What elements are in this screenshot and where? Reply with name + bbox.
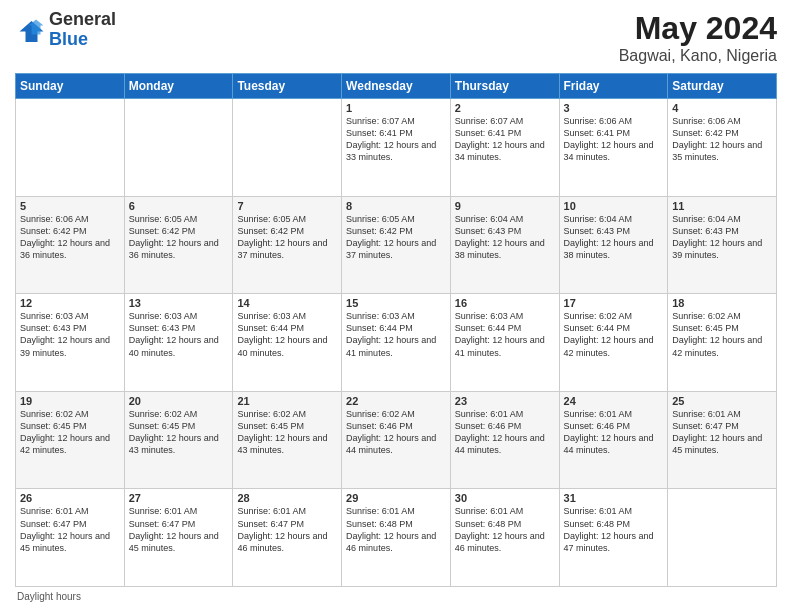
day-info: Sunrise: 6:01 AM Sunset: 6:48 PM Dayligh… bbox=[455, 505, 555, 554]
day-info: Sunrise: 6:01 AM Sunset: 6:47 PM Dayligh… bbox=[129, 505, 229, 554]
page: General Blue May 2024 Bagwai, Kano, Nige… bbox=[0, 0, 792, 612]
day-number: 23 bbox=[455, 395, 555, 407]
calendar-cell: 19Sunrise: 6:02 AM Sunset: 6:45 PM Dayli… bbox=[16, 391, 125, 489]
day-number: 30 bbox=[455, 492, 555, 504]
calendar-cell: 22Sunrise: 6:02 AM Sunset: 6:46 PM Dayli… bbox=[342, 391, 451, 489]
calendar-week-3: 12Sunrise: 6:03 AM Sunset: 6:43 PM Dayli… bbox=[16, 294, 777, 392]
day-info: Sunrise: 6:01 AM Sunset: 6:46 PM Dayligh… bbox=[564, 408, 664, 457]
calendar-cell: 1Sunrise: 6:07 AM Sunset: 6:41 PM Daylig… bbox=[342, 99, 451, 197]
day-info: Sunrise: 6:05 AM Sunset: 6:42 PM Dayligh… bbox=[129, 213, 229, 262]
day-number: 14 bbox=[237, 297, 337, 309]
day-info: Sunrise: 6:04 AM Sunset: 6:43 PM Dayligh… bbox=[564, 213, 664, 262]
calendar-cell: 29Sunrise: 6:01 AM Sunset: 6:48 PM Dayli… bbox=[342, 489, 451, 587]
col-header-monday: Monday bbox=[124, 74, 233, 99]
calendar-cell: 18Sunrise: 6:02 AM Sunset: 6:45 PM Dayli… bbox=[668, 294, 777, 392]
calendar-cell: 20Sunrise: 6:02 AM Sunset: 6:45 PM Dayli… bbox=[124, 391, 233, 489]
day-number: 25 bbox=[672, 395, 772, 407]
footer-note: Daylight hours bbox=[15, 591, 777, 602]
logo-text: General Blue bbox=[49, 10, 116, 50]
calendar-week-2: 5Sunrise: 6:06 AM Sunset: 6:42 PM Daylig… bbox=[16, 196, 777, 294]
col-header-friday: Friday bbox=[559, 74, 668, 99]
col-header-sunday: Sunday bbox=[16, 74, 125, 99]
logo-general: General bbox=[49, 9, 116, 29]
title-block: May 2024 Bagwai, Kano, Nigeria bbox=[619, 10, 777, 65]
calendar-cell: 17Sunrise: 6:02 AM Sunset: 6:44 PM Dayli… bbox=[559, 294, 668, 392]
calendar-cell: 24Sunrise: 6:01 AM Sunset: 6:46 PM Dayli… bbox=[559, 391, 668, 489]
day-info: Sunrise: 6:02 AM Sunset: 6:44 PM Dayligh… bbox=[564, 310, 664, 359]
day-number: 26 bbox=[20, 492, 120, 504]
calendar-cell: 30Sunrise: 6:01 AM Sunset: 6:48 PM Dayli… bbox=[450, 489, 559, 587]
col-header-tuesday: Tuesday bbox=[233, 74, 342, 99]
calendar-cell: 13Sunrise: 6:03 AM Sunset: 6:43 PM Dayli… bbox=[124, 294, 233, 392]
calendar-cell: 21Sunrise: 6:02 AM Sunset: 6:45 PM Dayli… bbox=[233, 391, 342, 489]
day-number: 18 bbox=[672, 297, 772, 309]
logo-blue: Blue bbox=[49, 29, 88, 49]
day-info: Sunrise: 6:02 AM Sunset: 6:45 PM Dayligh… bbox=[237, 408, 337, 457]
calendar-cell: 10Sunrise: 6:04 AM Sunset: 6:43 PM Dayli… bbox=[559, 196, 668, 294]
day-number: 20 bbox=[129, 395, 229, 407]
col-header-saturday: Saturday bbox=[668, 74, 777, 99]
day-number: 24 bbox=[564, 395, 664, 407]
day-number: 1 bbox=[346, 102, 446, 114]
calendar-cell: 23Sunrise: 6:01 AM Sunset: 6:46 PM Dayli… bbox=[450, 391, 559, 489]
day-number: 9 bbox=[455, 200, 555, 212]
day-info: Sunrise: 6:03 AM Sunset: 6:44 PM Dayligh… bbox=[455, 310, 555, 359]
calendar-cell: 11Sunrise: 6:04 AM Sunset: 6:43 PM Dayli… bbox=[668, 196, 777, 294]
calendar-table: SundayMondayTuesdayWednesdayThursdayFrid… bbox=[15, 73, 777, 587]
day-number: 10 bbox=[564, 200, 664, 212]
day-number: 6 bbox=[129, 200, 229, 212]
calendar-cell bbox=[16, 99, 125, 197]
calendar-cell: 27Sunrise: 6:01 AM Sunset: 6:47 PM Dayli… bbox=[124, 489, 233, 587]
subtitle: Bagwai, Kano, Nigeria bbox=[619, 47, 777, 65]
day-info: Sunrise: 6:01 AM Sunset: 6:47 PM Dayligh… bbox=[672, 408, 772, 457]
day-info: Sunrise: 6:02 AM Sunset: 6:45 PM Dayligh… bbox=[672, 310, 772, 359]
day-info: Sunrise: 6:03 AM Sunset: 6:43 PM Dayligh… bbox=[20, 310, 120, 359]
calendar-week-5: 26Sunrise: 6:01 AM Sunset: 6:47 PM Dayli… bbox=[16, 489, 777, 587]
day-number: 8 bbox=[346, 200, 446, 212]
day-info: Sunrise: 6:01 AM Sunset: 6:48 PM Dayligh… bbox=[564, 505, 664, 554]
day-number: 4 bbox=[672, 102, 772, 114]
calendar-cell: 26Sunrise: 6:01 AM Sunset: 6:47 PM Dayli… bbox=[16, 489, 125, 587]
day-info: Sunrise: 6:04 AM Sunset: 6:43 PM Dayligh… bbox=[455, 213, 555, 262]
calendar-cell: 28Sunrise: 6:01 AM Sunset: 6:47 PM Dayli… bbox=[233, 489, 342, 587]
day-number: 28 bbox=[237, 492, 337, 504]
day-info: Sunrise: 6:01 AM Sunset: 6:48 PM Dayligh… bbox=[346, 505, 446, 554]
col-header-wednesday: Wednesday bbox=[342, 74, 451, 99]
calendar-cell: 4Sunrise: 6:06 AM Sunset: 6:42 PM Daylig… bbox=[668, 99, 777, 197]
day-info: Sunrise: 6:05 AM Sunset: 6:42 PM Dayligh… bbox=[237, 213, 337, 262]
day-info: Sunrise: 6:03 AM Sunset: 6:44 PM Dayligh… bbox=[346, 310, 446, 359]
calendar-cell: 2Sunrise: 6:07 AM Sunset: 6:41 PM Daylig… bbox=[450, 99, 559, 197]
day-info: Sunrise: 6:01 AM Sunset: 6:46 PM Dayligh… bbox=[455, 408, 555, 457]
col-header-thursday: Thursday bbox=[450, 74, 559, 99]
logo-icon bbox=[15, 15, 45, 45]
day-number: 7 bbox=[237, 200, 337, 212]
calendar-cell bbox=[668, 489, 777, 587]
day-info: Sunrise: 6:03 AM Sunset: 6:43 PM Dayligh… bbox=[129, 310, 229, 359]
day-number: 12 bbox=[20, 297, 120, 309]
calendar-header-row: SundayMondayTuesdayWednesdayThursdayFrid… bbox=[16, 74, 777, 99]
day-number: 29 bbox=[346, 492, 446, 504]
day-info: Sunrise: 6:02 AM Sunset: 6:45 PM Dayligh… bbox=[20, 408, 120, 457]
calendar-cell bbox=[233, 99, 342, 197]
day-number: 19 bbox=[20, 395, 120, 407]
logo: General Blue bbox=[15, 10, 116, 50]
day-number: 11 bbox=[672, 200, 772, 212]
day-info: Sunrise: 6:06 AM Sunset: 6:42 PM Dayligh… bbox=[672, 115, 772, 164]
calendar-cell: 5Sunrise: 6:06 AM Sunset: 6:42 PM Daylig… bbox=[16, 196, 125, 294]
daylight-hours-label: Daylight hours bbox=[17, 591, 81, 602]
day-number: 13 bbox=[129, 297, 229, 309]
calendar-cell: 12Sunrise: 6:03 AM Sunset: 6:43 PM Dayli… bbox=[16, 294, 125, 392]
day-number: 5 bbox=[20, 200, 120, 212]
calendar-cell: 8Sunrise: 6:05 AM Sunset: 6:42 PM Daylig… bbox=[342, 196, 451, 294]
calendar-cell: 7Sunrise: 6:05 AM Sunset: 6:42 PM Daylig… bbox=[233, 196, 342, 294]
day-info: Sunrise: 6:06 AM Sunset: 6:41 PM Dayligh… bbox=[564, 115, 664, 164]
calendar-week-1: 1Sunrise: 6:07 AM Sunset: 6:41 PM Daylig… bbox=[16, 99, 777, 197]
main-title: May 2024 bbox=[619, 10, 777, 47]
day-number: 15 bbox=[346, 297, 446, 309]
day-info: Sunrise: 6:03 AM Sunset: 6:44 PM Dayligh… bbox=[237, 310, 337, 359]
header: General Blue May 2024 Bagwai, Kano, Nige… bbox=[15, 10, 777, 65]
day-info: Sunrise: 6:07 AM Sunset: 6:41 PM Dayligh… bbox=[346, 115, 446, 164]
calendar-cell: 3Sunrise: 6:06 AM Sunset: 6:41 PM Daylig… bbox=[559, 99, 668, 197]
day-info: Sunrise: 6:02 AM Sunset: 6:45 PM Dayligh… bbox=[129, 408, 229, 457]
calendar-cell: 6Sunrise: 6:05 AM Sunset: 6:42 PM Daylig… bbox=[124, 196, 233, 294]
